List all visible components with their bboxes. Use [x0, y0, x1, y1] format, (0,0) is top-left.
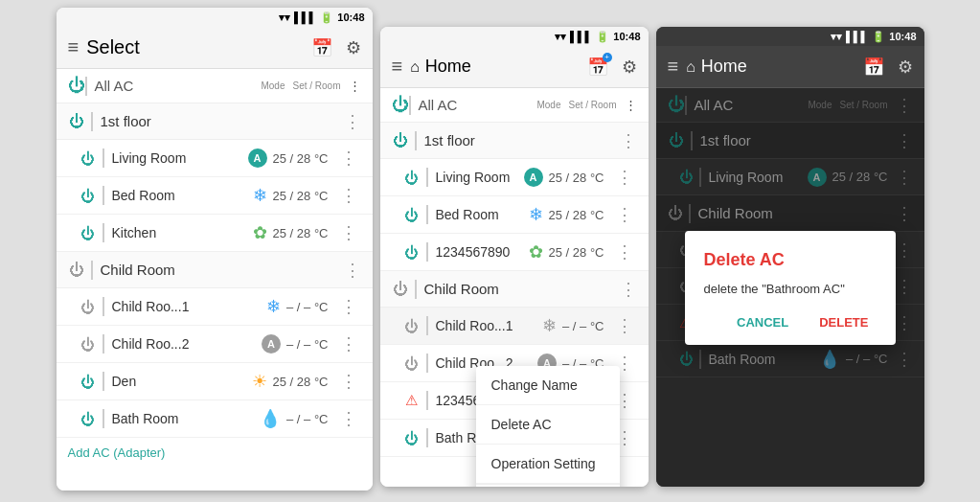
settings-icon-1[interactable]: ⚙: [346, 37, 361, 58]
column-headers-1: Mode Set / Room: [261, 80, 340, 91]
child-room-2-power-1[interactable]: ⏻: [80, 335, 97, 353]
br-power-2[interactable]: ⏻: [403, 206, 421, 223]
phone-2-content: ⏻ All AC Mode Set / Room ⋮ ⏻ 1st floor ⋮…: [380, 88, 649, 487]
den-item-1: ⏻ Den ☀ 25 / 28 °C ⋮: [57, 363, 373, 400]
1st-floor-group-1: ⏻ 1st floor ⋮: [57, 103, 373, 140]
status-bar-3: ▾▾ ▌▌▌ 🔋 10:48: [656, 27, 924, 46]
delete-dialog-3: Delete AC delete the "Bathroom AC" CANCE…: [685, 231, 896, 345]
divider: [426, 316, 428, 335]
menu-icon-1[interactable]: ≡: [68, 36, 80, 58]
num-power-2[interactable]: ⏻: [403, 243, 421, 261]
bath-power-2[interactable]: ⏻: [403, 429, 421, 446]
bed-room-item-1: ⏻ Bed Room ❄ 25 / 28 °C ⋮: [57, 177, 373, 215]
all-ac-label-2: All AC: [419, 97, 537, 113]
living-room-temp-1: 25 / 28 °C: [273, 151, 329, 166]
divider: [103, 409, 104, 428]
1st-floor-label-1: 1st floor: [101, 113, 344, 129]
lr-power-2[interactable]: ⏻: [403, 169, 421, 186]
bed-room-name-1: Bed Room: [112, 188, 253, 203]
den-name-1: Den: [112, 374, 252, 389]
wifi-icon-3: ▾▾: [831, 31, 842, 43]
living-room-item-1: ⏻ Living Room A 25 / 28 °C ⋮: [57, 140, 373, 177]
1st-floor-group-2: ⏻ 1st floor ⋮: [380, 123, 649, 159]
dialog-title-3: Delete AC: [704, 250, 877, 270]
signal-icon: ▌▌▌: [294, 11, 316, 23]
child-room-power-1[interactable]: ⏻: [68, 262, 85, 279]
bath-room-more-1[interactable]: ⋮: [336, 406, 361, 431]
cr1-temp-2: – / – °C: [562, 319, 604, 333]
den-more-1[interactable]: ⋮: [336, 369, 361, 394]
settings-icon-2[interactable]: ⚙: [622, 57, 637, 78]
divider: [85, 77, 87, 96]
child-room-1-item-2: ⏻ Child Roo...1 ❄ – / – °C ⋮: [380, 308, 649, 345]
child-room-2-more-1[interactable]: ⋮: [336, 331, 361, 356]
living-room-more-1[interactable]: ⋮: [336, 146, 361, 171]
context-operation-setting[interactable]: Operation Setting: [476, 445, 620, 484]
kitchen-power-1[interactable]: ⏻: [80, 224, 97, 241]
battery-icon-3: 🔋: [872, 31, 885, 43]
num-temp-2: 25 / 28 °C: [549, 245, 604, 260]
living-room-name-1: Living Room: [112, 150, 248, 166]
dialog-delete-btn-3[interactable]: DELETE: [811, 311, 876, 333]
all-ac-more-1[interactable]: ⋮: [349, 79, 361, 93]
cr-group-more-2[interactable]: ⋮: [620, 279, 637, 300]
kitchen-more-1[interactable]: ⋮: [336, 220, 361, 245]
divider: [91, 261, 93, 280]
context-delete-ac[interactable]: Delete AC: [476, 405, 620, 445]
living-room-mode-icon-1: A: [248, 148, 267, 168]
context-change-name[interactable]: Change Name: [476, 366, 620, 405]
bed-room-more-1[interactable]: ⋮: [336, 183, 361, 208]
den-power-1[interactable]: ⏻: [80, 373, 97, 390]
context-menu-2: Change Name Delete AC Operation Setting …: [476, 366, 620, 487]
set-room-col-2: Set / Room: [568, 100, 616, 110]
child-room-1-more-1[interactable]: ⋮: [336, 294, 361, 319]
child-room-more-1[interactable]: ⋮: [344, 260, 361, 281]
bath-room-name-1: Bath Room: [112, 411, 261, 426]
cr1-more-2[interactable]: ⋮: [612, 313, 637, 338]
num-more-2[interactable]: ⋮: [612, 240, 637, 264]
calendar-icon-3[interactable]: 📅: [863, 57, 884, 78]
battery-icon-2: 🔋: [596, 31, 609, 43]
calendar-icon-2[interactable]: 📅 +: [587, 57, 608, 78]
context-menu-close[interactable]: ✕: [476, 484, 620, 487]
divider: [426, 205, 428, 224]
battery-icon: 🔋: [320, 11, 333, 24]
divider: [409, 96, 411, 115]
cr-group-power-2[interactable]: ⏻: [392, 281, 409, 298]
br-mode-2: ❄: [529, 204, 543, 225]
menu-icon-2[interactable]: ≡: [392, 56, 403, 78]
kitchen-item-1: ⏻ Kitchen ✿ 25 / 28 °C ⋮: [57, 215, 373, 252]
settings-icon-3[interactable]: ⚙: [898, 57, 913, 78]
1st-floor-power-1[interactable]: ⏻: [68, 113, 85, 130]
top-bar-3: ≡ ⌂ Home 📅 ⚙: [656, 46, 924, 88]
column-headers-2: Mode Set / Room: [536, 100, 616, 110]
all-ac-power-2[interactable]: ⏻: [392, 95, 409, 115]
cr1-power-2[interactable]: ⏻: [403, 317, 421, 334]
divider: [91, 112, 93, 131]
1st-floor-more-1[interactable]: ⋮: [344, 111, 361, 132]
bath-room-power-1[interactable]: ⏻: [80, 410, 97, 427]
dialog-overlay-3: Delete AC delete the "Bathroom AC" CANCE…: [656, 88, 924, 487]
child-room-1-temp-1: – / – °C: [286, 300, 329, 314]
top-bar-actions-3: 📅 ⚙: [863, 57, 913, 78]
lr-more-2[interactable]: ⋮: [612, 165, 637, 190]
bed-room-item-2: ⏻ Bed Room ❄ 25 / 28 °C ⋮: [380, 196, 649, 234]
page-title-3: ⌂ Home: [686, 57, 855, 77]
child-room-1-mode-1: ❄: [266, 296, 281, 317]
bed-room-power-1[interactable]: ⏻: [80, 187, 97, 204]
cr2-power-2[interactable]: ⏻: [403, 354, 421, 372]
menu-icon-3[interactable]: ≡: [668, 56, 679, 78]
1st-floor-more-2[interactable]: ⋮: [620, 130, 637, 151]
all-ac-power-1[interactable]: ⏻: [68, 76, 85, 96]
child-room-group-2: ⏻ Child Room ⋮: [380, 271, 649, 308]
dialog-cancel-btn-3[interactable]: CANCEL: [729, 311, 796, 333]
calendar-icon-1[interactable]: 📅: [311, 37, 332, 58]
list-1: ⏻ All AC Mode Set / Room ⋮ ⏻ 1st floor ⋮…: [57, 69, 373, 491]
1st-floor-power-2[interactable]: ⏻: [392, 132, 409, 149]
add-ac-link-1[interactable]: Add AC (Adapter): [57, 438, 373, 468]
child-room-1-power-1[interactable]: ⏻: [80, 298, 97, 315]
br-more-2[interactable]: ⋮: [612, 202, 637, 227]
all-ac-more-2[interactable]: ⋮: [625, 98, 637, 112]
warn-power-2[interactable]: ⚠: [403, 392, 421, 409]
living-room-power-1[interactable]: ⏻: [80, 149, 97, 167]
